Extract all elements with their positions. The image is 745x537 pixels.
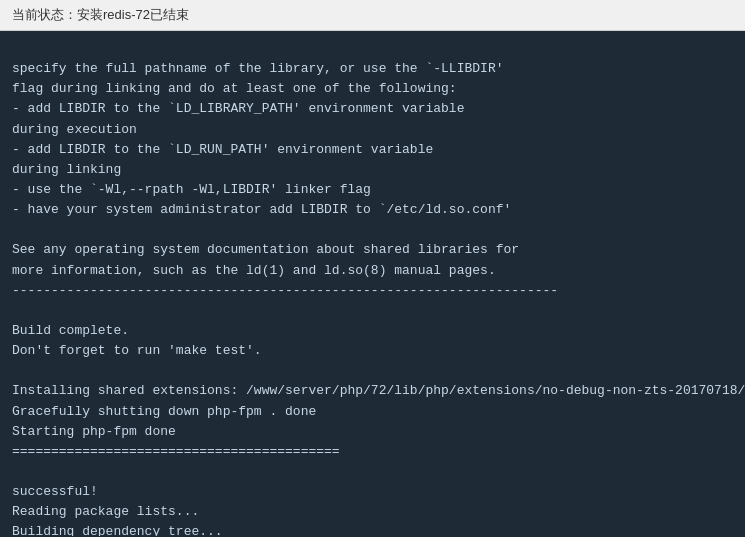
- terminal-line: during execution: [12, 120, 733, 140]
- terminal-line: more information, such as the ld(1) and …: [12, 261, 733, 281]
- terminal-line: - have your system administrator add LIB…: [12, 200, 733, 220]
- terminal-line: Reading package lists...: [12, 502, 733, 522]
- terminal-line: ----------------------------------------…: [12, 281, 733, 301]
- terminal-line: ========================================…: [12, 442, 733, 462]
- terminal-line: Building dependency tree...: [12, 522, 733, 536]
- terminal-line: [12, 462, 733, 482]
- terminal-line: flag during linking and do at least one …: [12, 79, 733, 99]
- terminal-line: - add LIBDIR to the `LD_RUN_PATH' enviro…: [12, 140, 733, 160]
- status-bar: 当前状态：安装redis-72已结束: [0, 0, 745, 31]
- status-text: 当前状态：安装redis-72已结束: [12, 7, 189, 22]
- terminal-line: Installing shared extensions: /www/serve…: [12, 381, 733, 401]
- terminal-line: See any operating system documentation a…: [12, 240, 733, 260]
- terminal-line: [12, 301, 733, 321]
- terminal-line: [12, 361, 733, 381]
- terminal-line: successful!: [12, 482, 733, 502]
- terminal-line: - use the `-Wl,--rpath -Wl,LIBDIR' linke…: [12, 180, 733, 200]
- terminal-line: Gracefully shutting down php-fpm . done: [12, 402, 733, 422]
- terminal-line: Build complete.: [12, 321, 733, 341]
- terminal-line: [12, 220, 733, 240]
- terminal-line: - add LIBDIR to the `LD_LIBRARY_PATH' en…: [12, 99, 733, 119]
- terminal-output: specify the full pathname of the library…: [0, 31, 745, 536]
- terminal-line: specify the full pathname of the library…: [12, 59, 733, 79]
- terminal-line: Starting php-fpm done: [12, 422, 733, 442]
- terminal-line: during linking: [12, 160, 733, 180]
- terminal-line: Don't forget to run 'make test'.: [12, 341, 733, 361]
